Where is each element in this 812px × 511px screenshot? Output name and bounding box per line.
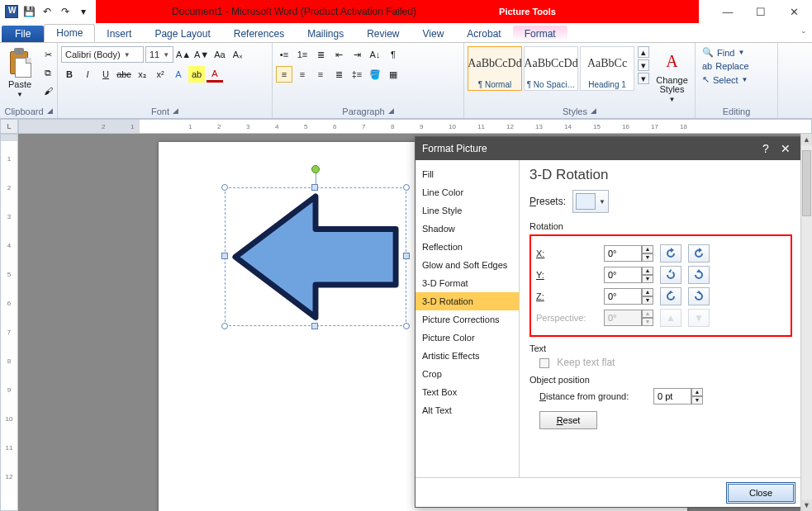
- cut-button[interactable]: ✂: [40, 46, 56, 63]
- redo-button[interactable]: ↷: [58, 4, 73, 19]
- line-spacing-button[interactable]: ‡≡: [349, 66, 365, 83]
- replace-button[interactable]: abReplace: [702, 60, 749, 72]
- rotate-x-left-button[interactable]: [660, 244, 681, 263]
- spin-down[interactable]: ▼: [642, 296, 653, 305]
- distance-spinner[interactable]: ▲▼: [653, 388, 703, 405]
- dialog-nav-item[interactable]: Text Box: [415, 383, 519, 401]
- spin-up[interactable]: ▲: [642, 245, 653, 253]
- align-center-button[interactable]: ≡: [294, 66, 311, 83]
- window-minimize-button[interactable]: —: [716, 3, 739, 20]
- tab-format[interactable]: Format: [513, 26, 567, 42]
- dialog-nav-item[interactable]: Fill: [415, 165, 519, 183]
- dialog-nav-item[interactable]: Picture Color: [415, 329, 519, 347]
- font-size-combo[interactable]: 11▼: [145, 46, 173, 63]
- reset-button[interactable]: Reset: [539, 411, 597, 429]
- borders-button[interactable]: ▦: [385, 66, 401, 83]
- strikethrough-button[interactable]: abc: [116, 66, 132, 83]
- style-item-1[interactable]: AaBbCcDd¶ No Spaci…: [524, 46, 578, 91]
- decrease-indent-button[interactable]: ⇤: [330, 46, 347, 63]
- presets-dropdown[interactable]: ▼: [572, 190, 609, 213]
- rotation-y-input[interactable]: [604, 267, 642, 283]
- subscript-button[interactable]: x₂: [134, 66, 150, 83]
- tab-view[interactable]: View: [411, 26, 456, 42]
- scroll-up-button[interactable]: ▲: [801, 134, 812, 145]
- dialog-nav-item[interactable]: Glow and Soft Edges: [415, 256, 519, 274]
- select-button[interactable]: ↖Select▼: [702, 73, 748, 86]
- tab-references[interactable]: References: [222, 26, 296, 42]
- bold-button[interactable]: B: [61, 66, 78, 83]
- underline-button[interactable]: U: [97, 66, 114, 83]
- format-painter-button[interactable]: 🖌: [40, 83, 56, 99]
- ruler-corner[interactable]: L: [0, 119, 18, 134]
- vertical-scrollbar[interactable]: ▲ ▼: [800, 134, 812, 511]
- window-close-button[interactable]: ✕: [782, 3, 805, 20]
- highlight-button[interactable]: ab: [188, 66, 205, 83]
- change-case-button[interactable]: Aa: [211, 46, 228, 63]
- paragraph-launcher[interactable]: ◢: [388, 106, 394, 116]
- bullets-button[interactable]: •≡: [276, 46, 292, 63]
- change-styles-button[interactable]: A Change Styles ▼: [653, 46, 691, 105]
- multilevel-button[interactable]: ≣: [312, 46, 329, 63]
- increase-indent-button[interactable]: ⇥: [349, 46, 365, 63]
- tab-page-layout[interactable]: Page Layout: [143, 26, 221, 42]
- text-effects-button[interactable]: A: [170, 66, 187, 83]
- distance-input[interactable]: [653, 388, 691, 405]
- dialog-nav-item[interactable]: 3-D Format: [415, 274, 519, 292]
- tab-insert[interactable]: Insert: [95, 26, 143, 42]
- dialog-nav-item[interactable]: Picture Corrections: [415, 310, 519, 329]
- spin-up[interactable]: ▲: [691, 388, 703, 396]
- scroll-thumb[interactable]: [802, 150, 811, 216]
- gallery-more-button[interactable]: ▾: [638, 73, 649, 84]
- dialog-close-button[interactable]: Close: [728, 484, 794, 502]
- styles-launcher[interactable]: ◢: [591, 106, 596, 116]
- dialog-titlebar[interactable]: Format Picture ? ✕: [415, 137, 802, 160]
- tab-file[interactable]: File: [2, 26, 44, 42]
- rotation-y-spinner[interactable]: ▲▼: [604, 267, 653, 283]
- tab-review[interactable]: Review: [355, 26, 411, 42]
- undo-button[interactable]: ↶: [40, 4, 55, 19]
- dialog-nav-item[interactable]: Shadow: [415, 220, 519, 238]
- gallery-up-button[interactable]: ▴: [638, 46, 649, 58]
- save-button[interactable]: 💾: [21, 4, 36, 19]
- spin-up[interactable]: ▲: [642, 288, 653, 296]
- show-marks-button[interactable]: ¶: [385, 46, 401, 63]
- italic-button[interactable]: I: [79, 66, 96, 83]
- find-button[interactable]: 🔍Find▼: [702, 46, 744, 59]
- dialog-nav-item[interactable]: Line Style: [415, 201, 519, 220]
- tab-mailings[interactable]: Mailings: [296, 26, 355, 42]
- spin-down[interactable]: ▼: [642, 253, 653, 262]
- font-family-combo[interactable]: Calibri (Body)▼: [61, 46, 144, 63]
- numbering-button[interactable]: 1≡: [294, 46, 311, 63]
- dialog-nav-item[interactable]: 3-D Rotation: [415, 292, 519, 310]
- qat-customize-button[interactable]: ▾: [76, 4, 91, 19]
- rotate-y-up-button[interactable]: [660, 266, 681, 284]
- spin-down[interactable]: ▼: [691, 396, 703, 405]
- minimize-ribbon-button[interactable]: ˇ: [802, 31, 812, 42]
- tab-acrobat[interactable]: Acrobat: [455, 26, 512, 42]
- horizontal-ruler[interactable]: 21123456789101112131415161718: [18, 119, 812, 134]
- scroll-down-button[interactable]: ▼: [801, 499, 812, 511]
- align-left-button[interactable]: ≡: [276, 66, 292, 83]
- tab-home[interactable]: Home: [44, 24, 95, 42]
- rotation-z-input[interactable]: [604, 288, 642, 305]
- rotation-z-spinner[interactable]: ▲▼: [604, 288, 653, 305]
- rotate-z-cw-button[interactable]: [688, 287, 710, 305]
- paste-button[interactable]: Paste ▼: [3, 46, 36, 100]
- window-maximize-button[interactable]: ☐: [749, 3, 772, 20]
- sort-button[interactable]: A↓: [367, 46, 383, 63]
- style-item-2[interactable]: AaBbCcHeading 1: [580, 46, 634, 91]
- align-right-button[interactable]: ≡: [312, 66, 329, 83]
- copy-button[interactable]: ⧉: [40, 64, 56, 81]
- shrink-font-button[interactable]: A▼: [193, 46, 210, 63]
- dialog-nav-item[interactable]: Artistic Effects: [415, 347, 519, 365]
- rotation-handle[interactable]: [311, 165, 320, 173]
- grow-font-button[interactable]: A▲: [175, 46, 192, 63]
- arrow-shape[interactable]: [226, 188, 406, 325]
- rotate-y-down-button[interactable]: [688, 266, 710, 284]
- dialog-nav-item[interactable]: Crop: [415, 365, 519, 383]
- shape-selection-frame[interactable]: [225, 187, 406, 326]
- spin-up[interactable]: ▲: [642, 267, 653, 275]
- clipboard-launcher[interactable]: ◢: [47, 106, 53, 116]
- dialog-help-button[interactable]: ?: [756, 142, 776, 155]
- style-item-0[interactable]: AaBbCcDd¶ Normal: [468, 46, 522, 91]
